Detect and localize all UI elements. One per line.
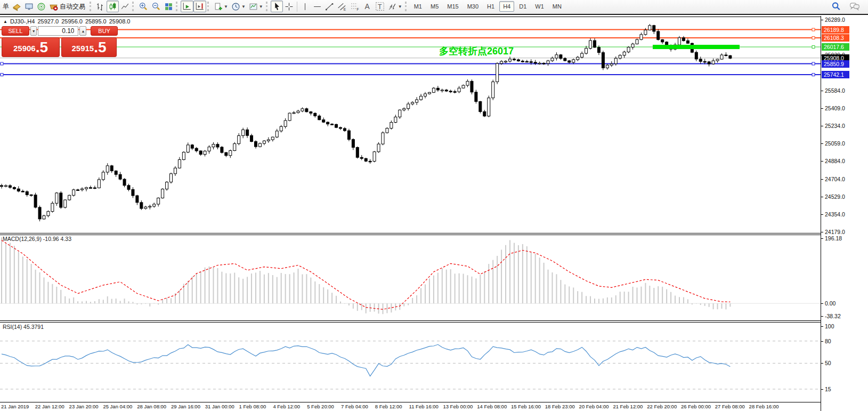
chat-icon[interactable] — [848, 1, 862, 12]
candle — [297, 111, 299, 112]
macd-bar — [607, 297, 608, 303]
time-axis-label: 11 Feb 16:00 — [409, 404, 439, 409]
price-tick-label: 24529.0 — [825, 194, 845, 200]
macd-bar — [73, 297, 74, 303]
line-handle[interactable] — [812, 28, 815, 31]
candle — [416, 100, 418, 102]
macd-bar — [27, 259, 28, 303]
line-handle[interactable] — [812, 62, 815, 65]
macd-bar — [99, 299, 100, 303]
macd-bar — [717, 303, 718, 309]
macd-bar — [653, 288, 654, 303]
sell-button[interactable]: SELL — [2, 26, 29, 36]
candle — [34, 195, 37, 207]
macd-bar — [39, 272, 40, 303]
candle — [343, 128, 346, 131]
price-axis[interactable]: 26289.025939.025584.025409.025234.025059… — [821, 16, 868, 411]
axis-tick-mark — [821, 326, 823, 327]
volume-increase-button[interactable]: ▲ — [79, 26, 86, 36]
macd-bar — [128, 301, 129, 303]
level-price-badge: 26189.8 — [822, 26, 849, 34]
candle — [386, 128, 388, 133]
candle — [157, 198, 160, 204]
time-axis-label: 15 Feb 16:00 — [511, 404, 541, 409]
candle — [314, 113, 317, 116]
candle — [436, 88, 439, 90]
macd-bar — [501, 249, 502, 303]
macd-bar — [132, 302, 133, 303]
candle — [26, 191, 28, 195]
pivot-annotation-text[interactable]: 多空转折点26017 — [439, 46, 514, 57]
sell-quote-button[interactable]: 25906.5 — [2, 37, 60, 57]
macd-bar — [5, 243, 6, 303]
macd-bar — [700, 303, 701, 305]
price-tick-label: 25409.0 — [825, 105, 845, 111]
macd-bar — [10, 243, 11, 303]
candle — [525, 61, 528, 62]
macd-bar — [594, 299, 595, 303]
macd-bar — [539, 257, 540, 303]
level-price-badge: 25742.1 — [822, 71, 849, 78]
line-handle[interactable] — [1, 62, 3, 65]
candle — [119, 174, 121, 179]
line-handle[interactable] — [1, 74, 3, 76]
macd-bar — [1, 237, 2, 303]
candle — [98, 180, 100, 188]
candle — [250, 135, 253, 141]
candle — [657, 31, 660, 39]
line-handle[interactable] — [812, 74, 815, 76]
time-axis[interactable]: 21 Jan 201922 Jan 12:0023 Jan 20:0025 Ja… — [0, 403, 821, 411]
candle — [89, 188, 92, 189]
macd-bar — [285, 274, 286, 303]
macd-bar — [179, 290, 180, 303]
candle — [428, 92, 431, 94]
candle — [369, 161, 371, 162]
candle — [110, 166, 113, 171]
candle — [377, 144, 380, 152]
volume-input[interactable] — [38, 26, 78, 36]
ohlc-open: 25927.0 — [37, 18, 59, 25]
search-icon[interactable] — [830, 1, 842, 12]
axis-tick-mark — [821, 363, 823, 364]
macd-bar — [225, 273, 226, 304]
macd-bar — [44, 277, 45, 303]
macd-bar — [298, 269, 299, 303]
candle — [614, 58, 617, 63]
macd-bar — [560, 280, 561, 303]
macd-bar — [52, 284, 53, 303]
candle — [492, 82, 494, 98]
candle — [64, 200, 67, 207]
macd-bar — [145, 303, 146, 304]
ohlc-high: 25956.0 — [61, 18, 83, 25]
macd-bar — [289, 274, 290, 303]
chart-collapse-toggle[interactable]: ▲ — [3, 19, 7, 24]
candle — [81, 189, 84, 190]
candle — [725, 55, 727, 56]
line-handle[interactable] — [812, 46, 815, 49]
buy-quote-main: 25915 — [71, 42, 94, 55]
buy-quote-button[interactable]: 25915.5 — [61, 37, 117, 57]
macd-bar — [94, 301, 95, 303]
candle — [356, 147, 359, 157]
axis-tick-mark — [821, 197, 823, 197]
candle — [483, 111, 486, 116]
candle — [407, 104, 410, 109]
candle — [322, 120, 325, 122]
candle — [703, 61, 706, 62]
macd-bar — [310, 278, 311, 304]
macd-bar — [188, 281, 189, 303]
pivot-highlight-bar[interactable] — [653, 45, 740, 49]
chart-canvas[interactable]: 多空转折点26017 — [0, 0, 821, 411]
time-axis-label: 13 Feb 00:00 — [443, 404, 473, 409]
candle — [644, 30, 647, 35]
candle — [221, 147, 223, 152]
candle — [581, 53, 583, 57]
macd-bar — [624, 292, 625, 303]
axis-tick-mark — [821, 143, 823, 144]
macd-tick-label: 0.00 — [825, 300, 835, 307]
volume-decrease-button[interactable]: ▼ — [30, 26, 37, 36]
price-tick-label: 25059.0 — [825, 140, 845, 147]
axis-tick-mark — [821, 303, 823, 304]
buy-button[interactable]: BUY — [91, 26, 118, 36]
line-handle[interactable] — [812, 36, 815, 39]
